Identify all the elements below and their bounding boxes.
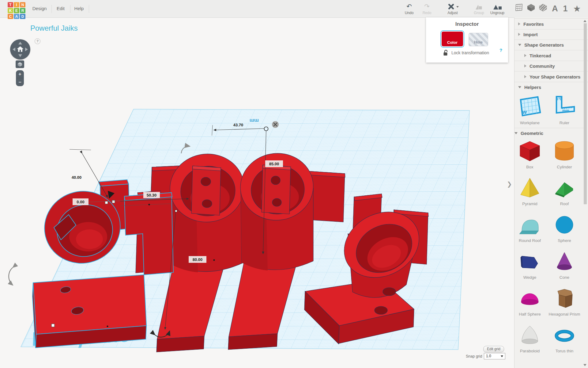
menu-help[interactable]: Help [73, 0, 85, 17]
dim-width: 43.70 [233, 123, 243, 127]
isometric-view-button[interactable] [16, 60, 24, 68]
sidebar-scrollbar[interactable] [584, 17, 587, 368]
chevron-down-icon [514, 132, 518, 134]
helper-workplane-tile[interactable]: W Workplane [514, 94, 546, 125]
wedge-shape-icon [518, 250, 541, 273]
edit-grid-button[interactable]: Edit grid [483, 346, 504, 352]
home-view-icon[interactable] [17, 45, 24, 53]
sidebar-item-import[interactable]: Import [514, 29, 588, 40]
shape-tile-cylinder[interactable]: Cylinder [548, 140, 581, 169]
menu-separator [70, 5, 70, 13]
tab-workplane-icon[interactable] [514, 3, 525, 14]
ungroup-button[interactable]: Ungroup [488, 2, 507, 15]
chevron-right-icon [524, 54, 526, 57]
paraboloid-shape-icon [518, 324, 541, 347]
inspector-panel: Inspector Color Hole ? Lock transformati… [426, 17, 508, 63]
viewport-help-button[interactable]: ? [35, 38, 40, 44]
shape-library-sidebar: Favorites Import Shape Generators Tinker… [514, 17, 588, 368]
hole-cube-icon [538, 3, 548, 12]
shape-tile-cone[interactable]: Cone [548, 250, 581, 280]
scroll-up-icon[interactable] [583, 20, 586, 22]
pan-right-icon[interactable] [25, 48, 28, 51]
shape-tile-pyramid[interactable]: Pyramid [514, 176, 546, 206]
hexagonal-prism-shape-icon [553, 287, 576, 310]
tab-number-shapes[interactable]: 1 [560, 3, 571, 14]
inspector-help-button[interactable]: ? [499, 48, 502, 53]
adjust-button[interactable]: Adjust [443, 2, 462, 15]
hole-swatch[interactable]: Hole [469, 33, 488, 46]
menu-edit[interactable]: Edit [55, 0, 66, 17]
viewport-3d[interactable]: Workplane [0, 17, 514, 368]
sphere-shape-icon [553, 213, 576, 236]
redo-icon: ↷ [418, 2, 436, 10]
menu-separator [51, 5, 52, 13]
pan-up-icon[interactable] [18, 42, 22, 44]
sidebar-item-favorites[interactable]: Favorites [514, 18, 588, 29]
design-title[interactable]: Powerful Jaiks [30, 24, 78, 33]
dim-length: 80.00 [193, 257, 203, 262]
group-icon [470, 2, 488, 10]
cylinder-shape-icon [553, 140, 576, 163]
tinkercad-app: { "brand": {"letters": ["T","I","N","K",… [0, 0, 588, 368]
scrollbar-thumb[interactable] [584, 23, 587, 204]
unit-label[interactable]: mm [250, 118, 259, 124]
workplane-helper-icon: W [518, 94, 542, 119]
inspector-title: Inspector [426, 17, 508, 27]
redo-button[interactable]: ↷ Redo [418, 2, 436, 15]
shape-tile-torus-thin[interactable]: Torus thin [548, 324, 581, 353]
lock-transformation-toggle[interactable]: Lock transformation [443, 50, 489, 56]
zoom-in-button[interactable]: + [16, 70, 24, 78]
half-sphere-shape-icon [518, 287, 541, 310]
view-navigation-pad[interactable] [10, 39, 30, 59]
tinkercad-logo[interactable]: T I N K E R C A D [8, 2, 26, 20]
undo-button[interactable]: ↶ Undo [400, 2, 418, 15]
sidebar-item-community[interactable]: Community [514, 61, 588, 71]
roof-shape-icon [553, 176, 576, 200]
view-cube-icon [17, 62, 23, 67]
tab-symbol-shapes[interactable]: ★ [571, 3, 582, 14]
svg-text:mm: mm [562, 108, 569, 113]
zoom-control[interactable]: + − [16, 70, 24, 86]
rotate-arrow-left [9, 267, 13, 285]
torus-thin-shape-icon [553, 324, 576, 347]
sidebar-item-tinkercad[interactable]: Tinkercad [514, 50, 588, 61]
shape-tile-sphere[interactable]: Sphere [548, 213, 581, 243]
adjust-caret-icon [456, 6, 459, 8]
snap-grid-select[interactable]: 1.0 [484, 353, 505, 359]
shape-tile-box[interactable]: Box [514, 140, 546, 169]
menu-design[interactable]: Design [32, 0, 47, 17]
shape-tile-paraboloid[interactable]: Paraboloid [514, 324, 546, 353]
select-caret-icon [501, 355, 503, 357]
round-roof-shape-icon [518, 213, 541, 236]
color-swatch[interactable]: Color [442, 32, 463, 46]
helper-ruler-tile[interactable]: mm Ruler [548, 94, 581, 125]
sidebar-item-geometric[interactable]: Geometric [514, 128, 584, 138]
chevron-right-icon [524, 75, 526, 78]
sidebar-collapse-chevron[interactable]: ❯ [507, 180, 512, 188]
tab-text-shapes[interactable]: A [549, 3, 560, 14]
ungroup-icon [488, 2, 507, 10]
dimension-close-button[interactable] [272, 121, 279, 128]
sidebar-item-your-shape-generators[interactable]: Your Shape Generators [514, 71, 588, 82]
zoom-out-button[interactable]: − [16, 78, 24, 86]
shape-tile-wedge[interactable]: Wedge [514, 250, 546, 280]
cone-shape-icon [553, 250, 576, 273]
pan-left-icon[interactable] [13, 48, 15, 51]
shape-tile-half-sphere[interactable]: Half Sphere [514, 287, 546, 316]
group-button[interactable]: Group [470, 2, 488, 15]
tab-hole-shapes-icon[interactable] [537, 3, 548, 14]
sidebar-item-helpers[interactable]: Helpers [514, 82, 588, 92]
lock-transformation-label: Lock transformation [451, 50, 489, 55]
pyramid-shape-icon [518, 176, 541, 200]
dim-depth: 50.30 [147, 193, 157, 197]
shape-tile-hexagonal-prism[interactable]: Hexagonal Prism [548, 287, 581, 316]
pan-down-icon[interactable] [18, 54, 22, 57]
tab-solid-shapes-icon[interactable] [526, 3, 537, 14]
shape-tile-roof[interactable]: Roof [548, 176, 581, 206]
sidebar-item-shape-generators[interactable]: Shape Generators [514, 40, 588, 50]
solid-cube-icon [526, 3, 536, 12]
scroll-down-icon[interactable] [583, 364, 586, 366]
shape-tile-round-roof[interactable]: Round Roof [514, 213, 546, 243]
snap-grid-label: Snap grid [466, 354, 482, 358]
menu-separator [89, 5, 89, 13]
